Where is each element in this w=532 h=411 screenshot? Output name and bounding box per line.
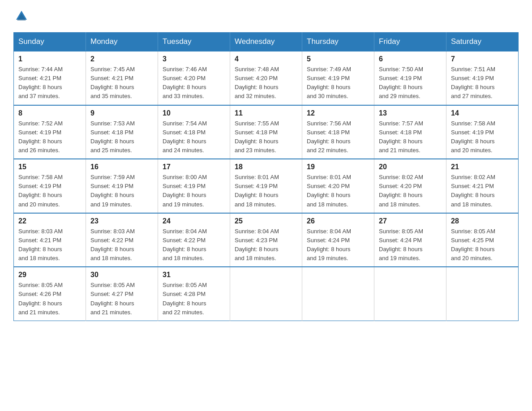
calendar-day-cell: 24 Sunrise: 8:04 AMSunset: 4:22 PMDaylig… xyxy=(158,213,230,267)
calendar-day-cell: 14 Sunrise: 7:58 AMSunset: 4:19 PMDaylig… xyxy=(446,105,519,159)
day-info: Sunrise: 7:58 AMSunset: 4:19 PMDaylight:… xyxy=(18,173,81,209)
day-number: 7 xyxy=(451,55,514,63)
calendar-day-cell: 8 Sunrise: 7:52 AMSunset: 4:19 PMDayligh… xyxy=(14,105,86,159)
calendar-day-cell: 29 Sunrise: 8:05 AMSunset: 4:26 PMDaylig… xyxy=(14,267,86,321)
day-number: 6 xyxy=(379,55,442,63)
day-info: Sunrise: 7:59 AMSunset: 4:19 PMDaylight:… xyxy=(90,173,153,209)
calendar-week-row: 8 Sunrise: 7:52 AMSunset: 4:19 PMDayligh… xyxy=(14,105,519,159)
calendar-day-cell: 3 Sunrise: 7:46 AMSunset: 4:20 PMDayligh… xyxy=(158,51,230,105)
calendar-day-cell xyxy=(446,267,519,321)
day-number: 13 xyxy=(379,109,442,117)
day-info: Sunrise: 8:03 AMSunset: 4:22 PMDaylight:… xyxy=(90,227,153,263)
calendar-day-cell: 2 Sunrise: 7:45 AMSunset: 4:21 PMDayligh… xyxy=(86,51,158,105)
calendar-day-cell: 18 Sunrise: 8:01 AMSunset: 4:19 PMDaylig… xyxy=(230,159,302,213)
day-info: Sunrise: 8:04 AMSunset: 4:22 PMDaylight:… xyxy=(163,227,225,263)
day-number: 4 xyxy=(235,55,297,63)
calendar-day-cell xyxy=(230,267,302,321)
calendar-day-cell: 16 Sunrise: 7:59 AMSunset: 4:19 PMDaylig… xyxy=(86,159,158,213)
calendar-week-row: 15 Sunrise: 7:58 AMSunset: 4:19 PMDaylig… xyxy=(14,159,519,213)
calendar-day-cell: 31 Sunrise: 8:05 AMSunset: 4:28 PMDaylig… xyxy=(158,267,230,321)
calendar-day-cell: 1 Sunrise: 7:44 AMSunset: 4:21 PMDayligh… xyxy=(14,51,86,105)
day-number: 11 xyxy=(235,109,297,117)
calendar-header-row: SundayMondayTuesdayWednesdayThursdayFrid… xyxy=(14,33,519,51)
day-of-week-header: Sunday xyxy=(14,33,86,51)
calendar-table: SundayMondayTuesdayWednesdayThursdayFrid… xyxy=(13,32,519,321)
day-info: Sunrise: 8:05 AMSunset: 4:24 PMDaylight:… xyxy=(379,227,442,263)
day-info: Sunrise: 8:01 AMSunset: 4:19 PMDaylight:… xyxy=(235,173,297,209)
day-number: 29 xyxy=(18,271,81,279)
calendar-day-cell: 30 Sunrise: 8:05 AMSunset: 4:27 PMDaylig… xyxy=(86,267,158,321)
day-number: 20 xyxy=(379,163,442,171)
calendar-day-cell: 28 Sunrise: 8:05 AMSunset: 4:25 PMDaylig… xyxy=(446,213,519,267)
day-info: Sunrise: 7:57 AMSunset: 4:18 PMDaylight:… xyxy=(379,119,442,155)
calendar-day-cell: 23 Sunrise: 8:03 AMSunset: 4:22 PMDaylig… xyxy=(86,213,158,267)
day-info: Sunrise: 8:05 AMSunset: 4:28 PMDaylight:… xyxy=(163,281,225,317)
calendar-day-cell: 22 Sunrise: 8:03 AMSunset: 4:21 PMDaylig… xyxy=(14,213,86,267)
calendar-week-row: 1 Sunrise: 7:44 AMSunset: 4:21 PMDayligh… xyxy=(14,51,519,105)
logo xyxy=(13,9,30,23)
day-info: Sunrise: 8:02 AMSunset: 4:20 PMDaylight:… xyxy=(379,173,442,209)
day-info: Sunrise: 7:46 AMSunset: 4:20 PMDaylight:… xyxy=(163,65,225,101)
day-number: 8 xyxy=(18,109,81,117)
calendar-day-cell xyxy=(302,267,374,321)
day-of-week-header: Monday xyxy=(86,33,158,51)
day-info: Sunrise: 7:49 AMSunset: 4:19 PMDaylight:… xyxy=(307,65,369,101)
calendar-day-cell: 15 Sunrise: 7:58 AMSunset: 4:19 PMDaylig… xyxy=(14,159,86,213)
day-number: 3 xyxy=(163,55,225,63)
day-number: 9 xyxy=(90,109,153,117)
day-info: Sunrise: 8:05 AMSunset: 4:25 PMDaylight:… xyxy=(451,227,514,263)
day-info: Sunrise: 8:04 AMSunset: 4:24 PMDaylight:… xyxy=(307,227,369,263)
day-info: Sunrise: 7:50 AMSunset: 4:19 PMDaylight:… xyxy=(379,65,442,101)
day-info: Sunrise: 8:03 AMSunset: 4:21 PMDaylight:… xyxy=(18,227,81,263)
day-info: Sunrise: 8:01 AMSunset: 4:20 PMDaylight:… xyxy=(307,173,369,209)
day-number: 2 xyxy=(90,55,153,63)
day-number: 19 xyxy=(307,163,369,171)
calendar-day-cell: 11 Sunrise: 7:55 AMSunset: 4:18 PMDaylig… xyxy=(230,105,302,159)
day-number: 17 xyxy=(163,163,225,171)
calendar-day-cell: 27 Sunrise: 8:05 AMSunset: 4:24 PMDaylig… xyxy=(374,213,446,267)
calendar-day-cell: 20 Sunrise: 8:02 AMSunset: 4:20 PMDaylig… xyxy=(374,159,446,213)
day-of-week-header: Saturday xyxy=(446,33,519,51)
day-info: Sunrise: 7:55 AMSunset: 4:18 PMDaylight:… xyxy=(235,119,297,155)
day-of-week-header: Wednesday xyxy=(230,33,302,51)
calendar-day-cell: 25 Sunrise: 8:04 AMSunset: 4:23 PMDaylig… xyxy=(230,213,302,267)
calendar-day-cell: 10 Sunrise: 7:54 AMSunset: 4:18 PMDaylig… xyxy=(158,105,230,159)
day-info: Sunrise: 8:05 AMSunset: 4:27 PMDaylight:… xyxy=(90,281,153,317)
calendar-day-cell: 12 Sunrise: 7:56 AMSunset: 4:18 PMDaylig… xyxy=(302,105,374,159)
day-number: 15 xyxy=(18,163,81,171)
day-info: Sunrise: 7:44 AMSunset: 4:21 PMDaylight:… xyxy=(18,65,81,101)
day-number: 25 xyxy=(235,217,297,225)
day-number: 10 xyxy=(163,109,225,117)
day-number: 14 xyxy=(451,109,514,117)
calendar-day-cell: 7 Sunrise: 7:51 AMSunset: 4:19 PMDayligh… xyxy=(446,51,519,105)
calendar-day-cell: 6 Sunrise: 7:50 AMSunset: 4:19 PMDayligh… xyxy=(374,51,446,105)
calendar-day-cell: 26 Sunrise: 8:04 AMSunset: 4:24 PMDaylig… xyxy=(302,213,374,267)
day-number: 24 xyxy=(163,217,225,225)
day-info: Sunrise: 8:05 AMSunset: 4:26 PMDaylight:… xyxy=(18,281,81,317)
day-of-week-header: Tuesday xyxy=(158,33,230,51)
day-info: Sunrise: 7:45 AMSunset: 4:21 PMDaylight:… xyxy=(90,65,153,101)
calendar-week-row: 22 Sunrise: 8:03 AMSunset: 4:21 PMDaylig… xyxy=(14,213,519,267)
day-info: Sunrise: 7:54 AMSunset: 4:18 PMDaylight:… xyxy=(163,119,225,155)
day-of-week-header: Friday xyxy=(374,33,446,51)
calendar-day-cell xyxy=(374,267,446,321)
day-number: 5 xyxy=(307,55,369,63)
day-number: 23 xyxy=(90,217,153,225)
calendar-day-cell: 4 Sunrise: 7:48 AMSunset: 4:20 PMDayligh… xyxy=(230,51,302,105)
calendar-week-row: 29 Sunrise: 8:05 AMSunset: 4:26 PMDaylig… xyxy=(14,267,519,321)
day-info: Sunrise: 7:51 AMSunset: 4:19 PMDaylight:… xyxy=(451,65,514,101)
day-info: Sunrise: 7:58 AMSunset: 4:19 PMDaylight:… xyxy=(451,119,514,155)
day-number: 21 xyxy=(451,163,514,171)
day-number: 12 xyxy=(307,109,369,117)
day-number: 16 xyxy=(90,163,153,171)
day-number: 28 xyxy=(451,217,514,225)
day-of-week-header: Thursday xyxy=(302,33,374,51)
day-info: Sunrise: 8:04 AMSunset: 4:23 PMDaylight:… xyxy=(235,227,297,263)
day-number: 18 xyxy=(235,163,297,171)
day-number: 31 xyxy=(163,271,225,279)
day-number: 26 xyxy=(307,217,369,225)
calendar-day-cell: 19 Sunrise: 8:01 AMSunset: 4:20 PMDaylig… xyxy=(302,159,374,213)
calendar-day-cell: 9 Sunrise: 7:53 AMSunset: 4:18 PMDayligh… xyxy=(86,105,158,159)
day-info: Sunrise: 8:00 AMSunset: 4:19 PMDaylight:… xyxy=(163,173,225,209)
logo-icon xyxy=(14,9,29,23)
